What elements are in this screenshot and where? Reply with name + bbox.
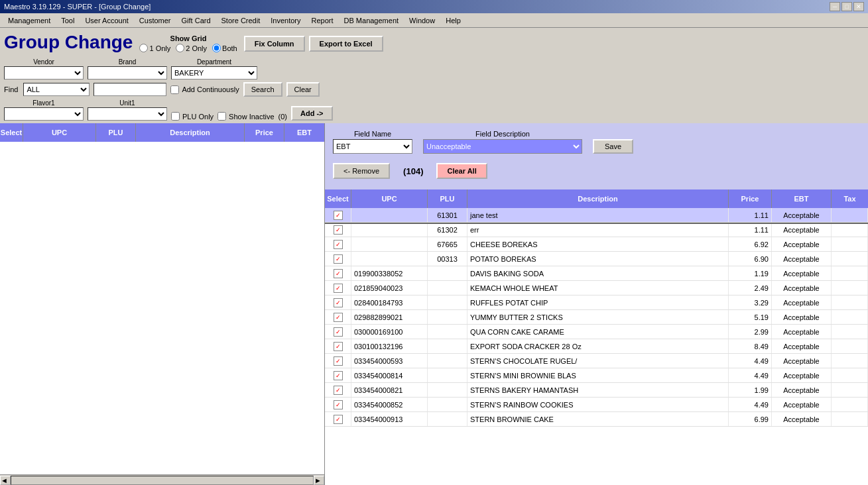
row-checkbox-6[interactable]: ✓ [334,298,343,307]
cell-select-6[interactable]: ✓ [325,296,351,309]
add-button[interactable]: Add -> [291,106,333,121]
row-checkbox-7[interactable]: ✓ [334,313,343,322]
plu-only-checkbox[interactable] [171,112,180,121]
save-button[interactable]: Save [593,139,633,154]
maximize-button[interactable]: □ [841,2,852,11]
close-button[interactable]: ✕ [853,2,864,11]
table-row[interactable]: ✓ 033454000852 STERN'S RAINBOW COOKIES 4… [325,398,868,412]
show-inactive-checkbox[interactable] [217,112,226,121]
title-bar-buttons: ─ □ ✕ [830,2,864,11]
cell-select-10[interactable]: ✓ [325,354,351,368]
cell-price-8: 2.99 [729,325,772,339]
row-checkbox-8[interactable]: ✓ [334,327,343,337]
cell-select-1[interactable]: ✓ [325,223,351,237]
unit-select[interactable] [88,107,167,121]
department-select[interactable]: BAKERY [171,66,257,80]
radio-both[interactable]: Both [212,44,237,52]
export-to-excel-button[interactable]: Export to Excel [309,36,383,52]
cell-plu-6 [428,296,467,309]
right-header-upc: UPC [351,189,428,208]
cell-select-14[interactable]: ✓ [325,412,351,426]
row-checkbox-11[interactable]: ✓ [334,371,343,380]
scroll-right-btn[interactable]: ► [314,476,324,485]
cell-ebt-12: Acceptable [772,383,832,397]
row-checkbox-14[interactable]: ✓ [334,415,343,424]
table-row[interactable]: ✓ 00313 POTATO BOREKAS 6.90 Acceptable [325,252,868,266]
row-checkbox-3[interactable]: ✓ [334,254,343,264]
remove-button[interactable]: <- Remove [333,163,390,179]
cell-select-12[interactable]: ✓ [325,383,351,397]
search-button[interactable]: Search [243,82,282,97]
row-checkbox-10[interactable]: ✓ [334,356,343,366]
table-row[interactable]: ✓ 033454000814 STERN'S MINI BROWNIE BLAS… [325,368,868,383]
cell-select-7[interactable]: ✓ [325,310,351,324]
table-row[interactable]: ✓ 033454000913 STERN BROWNIE CAKE 6.99 A… [325,412,868,427]
brand-select[interactable] [88,66,167,80]
cell-select-4[interactable]: ✓ [325,266,351,280]
radio-2only[interactable]: 2 Only [176,44,207,52]
radio-both-input[interactable] [212,44,221,52]
cell-select-9[interactable]: ✓ [325,339,351,353]
menu-item-user-account[interactable]: User Account [80,15,133,26]
fix-column-button[interactable]: Fix Column [244,36,305,52]
plu-only-label[interactable]: PLU Only [171,112,214,121]
clear-all-button[interactable]: Clear All [436,163,487,179]
cell-select-3[interactable]: ✓ [325,252,351,266]
cell-select-8[interactable]: ✓ [325,325,351,339]
table-row[interactable]: ✓ 028400184793 RUFFLES POTAT CHIP 3.29 A… [325,296,868,310]
page-title: Group Change [4,32,133,53]
flavor-select[interactable] [4,107,84,121]
add-continuously-checkbox[interactable] [170,85,179,94]
menu-item-help[interactable]: Help [440,15,466,26]
radio-1only[interactable]: 1 Only [139,44,170,52]
table-row[interactable]: ✓ 029882899021 YUMMY BUTTER 2 STICKS 5.1… [325,310,868,325]
menu-item-inventory[interactable]: Inventory [265,15,306,26]
menu-item-window[interactable]: Window [404,15,440,26]
table-row[interactable]: ✓ 033454000821 STERNS BAKERY HAMANTASH 1… [325,383,868,398]
row-checkbox-0[interactable]: ✓ [334,211,343,220]
cell-select-11[interactable]: ✓ [325,368,351,382]
radio-2only-input[interactable] [176,44,184,52]
table-row[interactable]: ✓ 67665 CHEESE BOREKAS 6.92 Acceptable [325,237,868,252]
row-checkbox-9[interactable]: ✓ [334,342,343,351]
table-row[interactable]: ✓ 033454000593 STERN'S CHOCOLATE RUGEL/ … [325,354,868,368]
radio-1only-input[interactable] [139,44,148,52]
menu-item-tool[interactable]: Tool [56,15,80,26]
cell-select-13[interactable]: ✓ [325,398,351,411]
field-name-select[interactable]: EBT [333,139,412,154]
table-row[interactable]: ✓ 61301 jane test 1.11 Acceptable [325,208,868,223]
row-checkbox-12[interactable]: ✓ [334,386,343,395]
row-checkbox-5[interactable]: ✓ [334,284,343,293]
menu-item-store-credit[interactable]: Store Credit [216,15,266,26]
show-inactive-label[interactable]: Show Inactive [217,112,274,121]
minimize-button[interactable]: ─ [830,2,840,11]
add-continuously-label[interactable]: Add Continuously [170,85,239,94]
left-header-ebt: EBT [284,123,324,142]
table-row[interactable]: ✓ 021859040023 KEMACH WHOLE WHEAT 2.49 A… [325,281,868,296]
cell-select-5[interactable]: ✓ [325,281,351,295]
left-bottom-scrollbar[interactable]: ◄ ► [0,474,324,485]
table-row[interactable]: ✓ 019900338052 DAVIS BAKING SODA 1.19 Ac… [325,266,868,281]
find-input[interactable] [93,83,166,96]
cell-select-2[interactable]: ✓ [325,237,351,251]
vendor-select[interactable] [4,66,84,80]
clear-button[interactable]: Clear [286,82,320,97]
menu-item-db-management[interactable]: DB Management [339,15,404,26]
row-checkbox-4[interactable]: ✓ [334,269,343,278]
menu-item-customer[interactable]: Customer [134,15,176,26]
menu-item-report[interactable]: Report [306,15,338,26]
scroll-left-btn[interactable]: ◄ [0,476,11,485]
row-checkbox-1[interactable]: ✓ [334,225,343,235]
menu-item-management[interactable]: Management [3,15,56,26]
row-checkbox-13[interactable]: ✓ [334,400,343,409]
table-row[interactable]: ✓ 61302 err 1.11 Acceptable [325,223,868,237]
row-checkbox-2[interactable]: ✓ [334,240,343,249]
table-row[interactable]: ✓ 030100132196 EXPORT SODA CRACKER 28 Oz… [325,339,868,354]
menu-item-gift-card[interactable]: Gift Card [176,15,216,26]
field-desc-select[interactable]: Unacceptable [423,139,582,154]
table-row[interactable]: ✓ 030000169100 QUA CORN CAKE CARAME 2.99… [325,325,868,339]
left-scroll-track[interactable] [11,476,314,485]
cell-ebt-4: Acceptable [772,266,832,280]
find-select[interactable]: ALL [23,83,90,96]
cell-select-0[interactable]: ✓ [325,208,351,222]
